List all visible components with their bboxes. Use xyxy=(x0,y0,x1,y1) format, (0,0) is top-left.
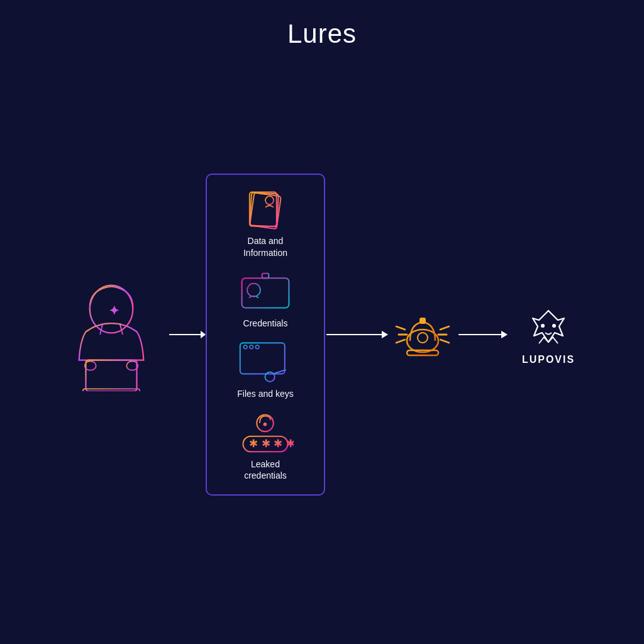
hacker-icon: ✦ xyxy=(64,278,158,391)
lure-data-information: Data andInformation xyxy=(237,187,294,258)
svg-rect-53 xyxy=(419,318,426,324)
arrow-lures-to-alarm xyxy=(325,327,388,342)
svg-point-30 xyxy=(250,345,253,349)
documents-icon xyxy=(237,187,294,231)
svg-point-16 xyxy=(265,196,274,204)
lupovis-logo-icon xyxy=(520,304,577,352)
leaked-credentials-icon: ✱✱✱✱ xyxy=(237,411,294,455)
svg-point-58 xyxy=(541,324,545,328)
alarm-icon xyxy=(391,306,454,363)
svg-point-59 xyxy=(552,324,556,328)
svg-line-50 xyxy=(440,326,449,330)
lupovis-label: LUPOVIS xyxy=(522,354,575,365)
svg-point-55 xyxy=(418,333,428,343)
lure-files-keys: Files and keys xyxy=(237,340,294,399)
lures-box: Data andInformation xyxy=(206,174,325,495)
files-keys-icon xyxy=(237,340,294,384)
svg-line-51 xyxy=(440,340,449,343)
lure-leaked-credentials: ✱✱✱✱ Leakedcredentials xyxy=(237,411,294,481)
svg-line-48 xyxy=(396,340,405,343)
svg-text:✱✱✱✱: ✱✱✱✱ xyxy=(249,438,294,450)
data-information-label: Data andInformation xyxy=(243,235,287,258)
svg-marker-12 xyxy=(201,331,206,338)
svg-text:✦: ✦ xyxy=(109,304,119,318)
svg-rect-20 xyxy=(262,274,269,279)
id-card-icon xyxy=(237,270,294,314)
credentials-label: Credentials xyxy=(243,318,288,329)
lupovis-section: LUPOVIS xyxy=(508,304,589,365)
flow-row: ✦ xyxy=(0,174,644,495)
svg-point-31 xyxy=(255,345,259,349)
arrow-right-icon xyxy=(168,327,206,342)
hacker-section: ✦ xyxy=(55,278,168,391)
svg-point-29 xyxy=(243,345,247,349)
leaked-credentials-label: Leakedcredentials xyxy=(244,458,287,481)
svg-rect-21 xyxy=(242,278,289,308)
svg-marker-45 xyxy=(382,331,388,338)
files-keys-label: Files and keys xyxy=(237,388,293,399)
svg-line-47 xyxy=(396,326,405,330)
main-container: Lures ✦ xyxy=(0,0,644,644)
svg-marker-57 xyxy=(501,331,508,338)
arrow-hacker-to-lures xyxy=(168,327,206,342)
lure-credentials: Credentials xyxy=(237,270,294,329)
page-title: Lures xyxy=(287,19,357,49)
alarm-section xyxy=(388,306,457,363)
arrow-alarm-to-lupovis xyxy=(457,327,508,342)
svg-point-22 xyxy=(247,284,260,297)
svg-rect-4 xyxy=(86,360,137,392)
